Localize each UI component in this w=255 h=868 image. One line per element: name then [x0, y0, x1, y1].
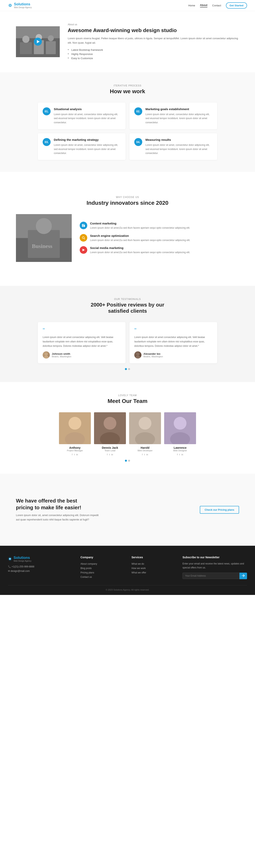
team-member-1: Anthony Project Manager f t in — [59, 412, 91, 456]
svg-point-22 — [44, 352, 48, 356]
svg-point-25 — [135, 356, 140, 359]
team-social-2: f t in — [94, 453, 126, 456]
testimonial-1: " Lorem ipsum dolor sit amet consectetur… — [38, 322, 126, 363]
feature-2-content: Search engine optimization Lorem ipsum d… — [90, 234, 190, 242]
testimonials-label: Our Testimonials — [8, 298, 247, 301]
team-name-1: Anthony — [59, 446, 91, 450]
footer-services-col: Services What we do How we work What we … — [131, 556, 174, 579]
work-desc-4: Lorem ipsum dolor sit amet, consectetur … — [146, 143, 212, 155]
footer-newsletter-heading: Subscribe to our Newsletter — [183, 556, 247, 559]
team-photo-3 — [129, 412, 161, 444]
team-3-linkedin[interactable]: in — [147, 453, 148, 456]
feature-2-desc: Lorem ipsum dolor sit amet,Ea sed illum … — [90, 238, 190, 242]
logo-icon — [8, 3, 12, 7]
team-social-1: f t in — [59, 453, 91, 456]
svg-rect-5 — [20, 42, 32, 54]
team-3-facebook[interactable]: f — [142, 453, 142, 456]
team-1-linkedin[interactable]: in — [76, 453, 78, 456]
svg-rect-7 — [46, 41, 56, 54]
footer-link-about[interactable]: About company — [81, 562, 124, 566]
about-title: Awesome Award-winning web design studio — [68, 27, 239, 34]
feature-2-title: Search engine optimization — [90, 234, 190, 238]
email-icon: ✉ — [8, 570, 10, 572]
nav-home[interactable]: Home — [188, 4, 195, 7]
email-input-row — [183, 572, 247, 579]
brand-name: Solutions — [14, 2, 32, 6]
reviewer-2-info: Alexander leo Beatris, Washington — [144, 352, 163, 358]
phone-icon: 📞 — [8, 565, 11, 568]
team-3-twitter[interactable]: t — [144, 453, 145, 456]
footer-email: ✉ design@mail.com — [8, 570, 72, 572]
footer-service-1[interactable]: What we do — [131, 562, 174, 566]
dot-inactive[interactable] — [128, 368, 130, 370]
footer-brand-text: Solutions Web Design Agency — [13, 556, 31, 562]
footer-service-2[interactable]: How we work — [131, 566, 174, 570]
social-media-icon — [80, 246, 87, 254]
team-4-facebook[interactable]: f — [177, 453, 178, 456]
reviewer-1-avatar — [43, 351, 50, 359]
work-num-1: 01. — [43, 107, 51, 115]
team-member-4: Lawrence Web Designer f t in — [164, 412, 196, 456]
team-section: Lovely team Meet Our Team Anthony Projec… — [0, 382, 255, 474]
work-title-3: Defining the marketing strategy — [54, 138, 121, 142]
svg-text:Business: Business — [32, 243, 53, 249]
footer-link-blog[interactable]: Blog posts — [81, 566, 124, 570]
feature-1-title: Content marketing — [90, 222, 190, 225]
nav-about[interactable]: About — [200, 4, 208, 7]
footer-company-links: About company Blog posts Pricing plans C… — [81, 562, 124, 579]
team-1-facebook[interactable]: f — [72, 453, 72, 456]
feature-3-title: Social media marketing — [90, 246, 190, 250]
team-1-twitter[interactable]: t — [74, 453, 75, 456]
team-role-3: Web Developer — [129, 450, 161, 452]
work-desc-3: Lorem ipsum dolor sit amet, consectetur … — [54, 143, 121, 155]
footer-brand-name: Solutions — [13, 556, 31, 560]
how-label: Iterative process — [8, 84, 247, 87]
svg-point-14 — [36, 218, 52, 234]
send-icon — [242, 574, 245, 577]
work-title-1: Situational analysis — [54, 107, 121, 111]
team-member-2: Dennis Jack Team Lead f t in — [94, 412, 126, 456]
team-4-linkedin[interactable]: in — [182, 453, 183, 456]
how-we-work-section: Iterative process How we work 01. Situat… — [0, 72, 255, 172]
footer-copyright: © 2023 Solutions Agency. All rights rese… — [106, 589, 150, 591]
testimonial-1-text: Lorem ipsum dolor sit amet consectetur a… — [43, 335, 121, 348]
footer-logo-icon — [8, 557, 12, 561]
team-member-3: Harold Web Developer f t in — [129, 412, 161, 456]
pricing-button[interactable]: Check our Pricing plans — [200, 506, 239, 514]
svg-point-40 — [9, 558, 10, 559]
footer-bottom: © 2023 Solutions Agency. All rights rese… — [8, 585, 247, 591]
reviewer-1-info: Johnson smith Beatris, Washington — [52, 352, 71, 358]
why-features: Content marketing Lorem ipsum dolor sit … — [80, 222, 239, 254]
svg-point-2 — [9, 5, 11, 6]
newsletter-submit-button[interactable] — [240, 572, 247, 579]
footer-service-3[interactable]: What we offer — [131, 570, 174, 575]
team-dot-active[interactable] — [125, 460, 127, 462]
get-started-button[interactable]: Get Started — [226, 2, 247, 8]
feature-1: Content marketing Lorem ipsum dolor sit … — [80, 222, 239, 230]
team-name-3: Harold — [129, 446, 161, 450]
team-name-4: Lawrence — [164, 446, 196, 450]
newsletter-email-input[interactable] — [183, 572, 240, 579]
team-4-twitter[interactable]: t — [179, 453, 180, 456]
team-dot-inactive[interactable] — [128, 460, 130, 462]
team-2-facebook[interactable]: f — [107, 453, 107, 456]
testimonial-dots — [8, 368, 247, 370]
svg-point-30 — [104, 417, 116, 430]
team-name-2: Dennis Jack — [94, 446, 126, 450]
play-button[interactable] — [34, 38, 42, 45]
team-2-twitter[interactable]: t — [109, 453, 110, 456]
feature-3-content: Social media marketing Lorem ipsum dolor… — [90, 246, 190, 254]
reviewer-2-name: Alexander leo — [144, 352, 163, 355]
footer-link-contact[interactable]: Contact us — [81, 575, 124, 579]
feature-1-desc: Lorem ipsum dolor sit amet,Ea sed illum … — [90, 226, 190, 230]
why-choose-section: Why Choose Us Industry innovators since … — [0, 172, 255, 286]
work-desc-1: Lorem ipsum dolor sit amet, consectetur … — [54, 112, 121, 124]
nav-contact[interactable]: Contact — [212, 4, 221, 7]
reviewer-1-name: Johnson smith — [52, 352, 71, 355]
about-bullets: Latest Bootstrap framework Highly Respon… — [68, 48, 239, 60]
footer-link-pricing[interactable]: Pricing plans — [81, 570, 124, 575]
work-grid: 01. Situational analysis Lorem ipsum dol… — [38, 102, 217, 160]
dot-active[interactable] — [125, 368, 127, 370]
team-2-linkedin[interactable]: in — [111, 453, 113, 456]
pricing-cta-section: We have offered the best pricing to make… — [0, 474, 255, 546]
